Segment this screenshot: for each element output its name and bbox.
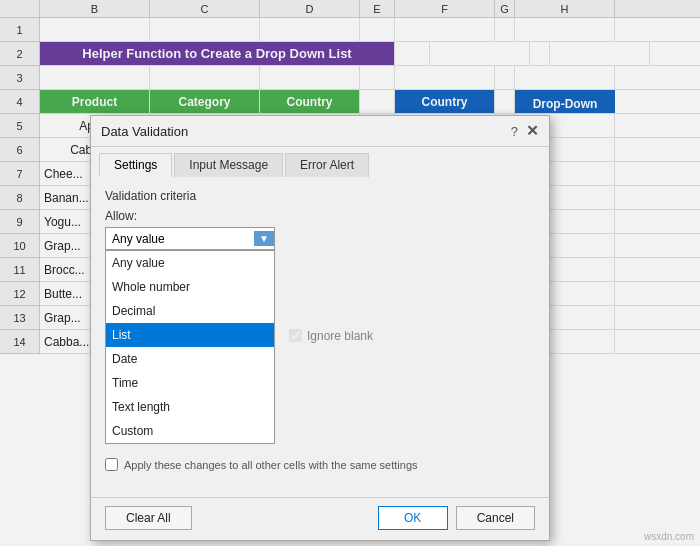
option-custom[interactable]: Custom xyxy=(106,419,274,443)
clear-all-button[interactable]: Clear All xyxy=(105,506,192,530)
tab-input-message[interactable]: Input Message xyxy=(174,153,283,177)
dialog-tabs: Settings Input Message Error Alert xyxy=(91,147,549,177)
dialog-controls: ? ✕ xyxy=(511,122,539,140)
option-text-length[interactable]: Text length xyxy=(106,395,274,419)
dialog-titlebar: Data Validation ? ✕ xyxy=(91,116,549,147)
dialog-title: Data Validation xyxy=(101,124,188,139)
option-list[interactable]: List xyxy=(106,323,274,347)
allow-dropdown-list: Any value Whole number Decimal List Date… xyxy=(105,250,275,444)
allow-select-display[interactable]: Any value ▼ xyxy=(105,227,275,250)
option-time[interactable]: Time xyxy=(106,371,274,395)
watermark: wsxdn.com xyxy=(644,531,694,542)
tab-error-alert[interactable]: Error Alert xyxy=(285,153,369,177)
apply-label: Apply these changes to all other cells w… xyxy=(124,459,418,471)
ignore-blank-label: Ignore blank xyxy=(307,329,373,343)
validation-criteria-label: Validation criteria xyxy=(105,189,535,203)
data-validation-dialog: Data Validation ? ✕ Settings Input Messa… xyxy=(90,115,550,541)
ignore-blank-row: Ignore blank xyxy=(289,329,373,343)
tab-settings[interactable]: Settings xyxy=(99,153,172,177)
dialog-overlay: Data Validation ? ✕ Settings Input Messa… xyxy=(0,0,700,546)
option-decimal[interactable]: Decimal xyxy=(106,299,274,323)
close-icon[interactable]: ✕ xyxy=(526,122,539,140)
allow-select-wrapper: Any value ▼ Any value Whole number Decim… xyxy=(105,227,275,444)
allow-row: Any value ▼ Any value Whole number Decim… xyxy=(105,227,535,444)
option-whole-number[interactable]: Whole number xyxy=(106,275,274,299)
cancel-button[interactable]: Cancel xyxy=(456,506,535,530)
option-date[interactable]: Date xyxy=(106,347,274,371)
apply-row: Apply these changes to all other cells w… xyxy=(105,458,535,471)
dropdown-arrow-icon[interactable]: ▼ xyxy=(254,231,274,246)
option-any-value[interactable]: Any value xyxy=(106,251,274,275)
dialog-body: Validation criteria Allow: Any value ▼ A… xyxy=(91,177,549,497)
allow-label: Allow: xyxy=(105,209,535,223)
allow-current-value: Any value xyxy=(106,232,254,246)
ok-button[interactable]: OK xyxy=(378,506,448,530)
ignore-blank-checkbox[interactable] xyxy=(289,329,302,342)
help-icon[interactable]: ? xyxy=(511,124,518,139)
footer-right-buttons: OK Cancel xyxy=(378,506,535,530)
dialog-footer: Clear All OK Cancel xyxy=(91,497,549,540)
apply-checkbox[interactable] xyxy=(105,458,118,471)
